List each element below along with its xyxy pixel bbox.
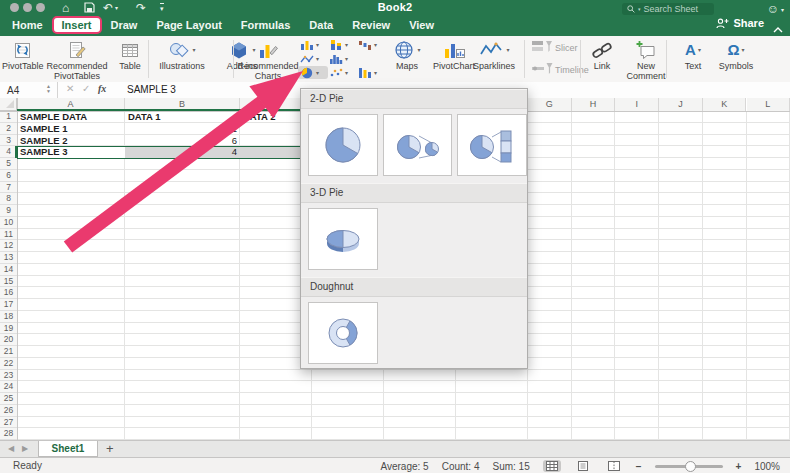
row-header-27[interactable]: 27 — [0, 417, 17, 429]
cell-a2[interactable]: SAMPLE 1 — [17, 123, 125, 135]
menu-tab-view[interactable]: View — [409, 19, 434, 31]
ribbon-button-waterfall-chart[interactable]: ▾ — [356, 38, 386, 51]
row-header-8[interactable]: 8 — [0, 193, 17, 205]
row-header-25[interactable]: 25 — [0, 393, 17, 405]
row-header-13[interactable]: 13 — [0, 252, 17, 264]
formula-content[interactable]: SAMPLE 3 — [127, 84, 176, 95]
chart-option-pie[interactable] — [308, 114, 378, 176]
row-header-26[interactable]: 26 — [0, 405, 17, 417]
cell-b1[interactable]: DATA 1 — [125, 111, 240, 123]
menu-tab-draw[interactable]: Draw — [111, 19, 138, 31]
row-header-24[interactable]: 24 — [0, 381, 17, 393]
ribbon-button-scatter-chart[interactable]: ▾ — [327, 66, 357, 79]
column-header-j[interactable]: J — [659, 98, 703, 111]
row-header-22[interactable]: 22 — [0, 358, 17, 370]
chart-option-bar-of-pie[interactable] — [457, 114, 527, 176]
column-header-i[interactable]: I — [615, 98, 659, 111]
row-header-9[interactable]: 9 — [0, 205, 17, 217]
row-header-14[interactable]: 14 — [0, 264, 17, 276]
menu-tab-insert[interactable]: Insert — [52, 16, 102, 34]
row-header-12[interactable]: 12 — [0, 240, 17, 252]
row-header-2[interactable]: 2 — [0, 123, 17, 135]
name-box-stepper[interactable]: ▲▼ — [46, 84, 51, 94]
ribbon-button-stacked-column-chart[interactable]: ▾ — [327, 38, 357, 51]
row-header-7[interactable]: 7 — [0, 182, 17, 194]
feedback-smiley-icon[interactable]: ☺▾ — [767, 2, 784, 16]
ribbon-button-histogram-chart[interactable]: ▾ — [327, 52, 357, 65]
row-header-10[interactable]: 10 — [0, 217, 17, 229]
select-all-corner[interactable] — [0, 98, 17, 111]
row-header-21[interactable]: 21 — [0, 346, 17, 358]
chart-menu-row — [301, 109, 527, 183]
sheet-tab-sheet1[interactable]: Sheet1 — [38, 441, 98, 457]
insert-function-icon[interactable]: fx — [98, 83, 106, 94]
page-break-view-icon[interactable] — [605, 460, 623, 472]
ribbon-button-pivottable[interactable]: PivotTable — [2, 38, 42, 80]
zoom-slider-knob[interactable] — [685, 461, 696, 472]
cell-a4[interactable]: SAMPLE 3 — [17, 146, 125, 158]
ribbon-button-recommended-pivottables[interactable]: Recommended PivotTables — [43, 38, 111, 80]
search-input[interactable]: ▾ Search Sheet — [622, 3, 714, 15]
chart-menu-section-2-d-pie: 2-D Pie — [301, 89, 527, 109]
page-layout-view-icon[interactable] — [574, 460, 592, 472]
prev-sheet-icon[interactable]: ◀ — [8, 444, 14, 453]
column-header-h[interactable]: H — [572, 98, 616, 111]
ribbon-button-line-chart[interactable]: ▾ — [298, 52, 328, 65]
row-header-15[interactable]: 15 — [0, 276, 17, 288]
row-header-3[interactable]: 3 — [0, 135, 17, 147]
menu-tab-data[interactable]: Data — [309, 19, 333, 31]
zoom-slider[interactable] — [655, 465, 723, 468]
chart-option-doughnut[interactable] — [308, 302, 378, 364]
row-header-11[interactable]: 11 — [0, 229, 17, 241]
ribbon-button-table[interactable]: Table — [112, 38, 148, 80]
ribbon-button-recommended-charts[interactable]: Recommended Charts — [237, 38, 299, 80]
menu-tab-formulas[interactable]: Formulas — [241, 19, 291, 31]
row-header-5[interactable]: 5 — [0, 158, 17, 170]
cell-b3[interactable]: 6 — [125, 135, 240, 147]
cell-b4[interactable]: 4 — [125, 146, 240, 158]
next-sheet-icon[interactable]: ▶ — [22, 444, 28, 453]
share-button[interactable]: Share — [716, 17, 764, 29]
ribbon-button-maps[interactable]: ▾Maps — [388, 38, 426, 80]
column-header-k[interactable]: K — [703, 98, 747, 111]
confirm-entry-icon[interactable]: ✓ — [82, 83, 90, 94]
collapse-ribbon-icon[interactable] — [773, 19, 783, 37]
ribbon-button-symbols[interactable]: Ω▾Symbols — [710, 38, 762, 80]
grid-row-line — [17, 427, 790, 428]
chart-option-3-d-pie[interactable] — [308, 208, 378, 270]
row-header-18[interactable]: 18 — [0, 311, 17, 323]
menu-tab-home[interactable]: Home — [12, 19, 43, 31]
ribbon-button-sparklines[interactable]: ▾Sparklines — [464, 38, 524, 80]
cell-b2[interactable]: 1 — [125, 123, 240, 135]
chart-option-pie-of-pie[interactable] — [383, 114, 453, 176]
ribbon-button-text[interactable]: A▾Text — [672, 38, 714, 80]
row-header-23[interactable]: 23 — [0, 370, 17, 382]
ribbon-divider — [524, 40, 525, 78]
zoom-out-icon[interactable]: − — [636, 461, 642, 472]
row-header-19[interactable]: 19 — [0, 323, 17, 335]
row-header-28[interactable]: 28 — [0, 428, 17, 440]
ribbon-button-link[interactable]: Link — [584, 38, 620, 80]
column-header-l[interactable]: L — [747, 98, 790, 111]
row-header-20[interactable]: 20 — [0, 334, 17, 346]
menu-tab-page-layout[interactable]: Page Layout — [156, 19, 221, 31]
ribbon-button-pie-chart[interactable]: ▾ — [298, 66, 328, 79]
ribbon-button-illustrations[interactable]: ▾Illustrations — [150, 38, 214, 80]
row-header-17[interactable]: 17 — [0, 299, 17, 311]
zoom-level[interactable]: 100% — [754, 461, 780, 472]
zoom-in-icon[interactable]: + — [736, 461, 742, 472]
cell-a3[interactable]: SAMPLE 2 — [17, 135, 125, 147]
ribbon-button-bar-chart[interactable]: ▾ — [356, 66, 386, 79]
row-header-1[interactable]: 1 — [0, 111, 17, 123]
ribbon-button-column-chart[interactable]: ▾ — [298, 38, 328, 51]
chart-menu-section-3-d-pie: 3-D Pie — [301, 183, 527, 203]
normal-view-icon[interactable] — [543, 460, 561, 472]
column-header-g[interactable]: G — [528, 98, 572, 111]
ribbon-button-new-comment[interactable]: New Comment — [620, 38, 672, 80]
menu-tab-review[interactable]: Review — [352, 19, 390, 31]
row-header-6[interactable]: 6 — [0, 170, 17, 182]
add-sheet-button[interactable]: + — [106, 441, 114, 456]
cell-a1[interactable]: SAMPLE DATA — [17, 111, 125, 123]
cancel-entry-icon[interactable]: ✕ — [66, 83, 74, 94]
row-header-16[interactable]: 16 — [0, 287, 17, 299]
